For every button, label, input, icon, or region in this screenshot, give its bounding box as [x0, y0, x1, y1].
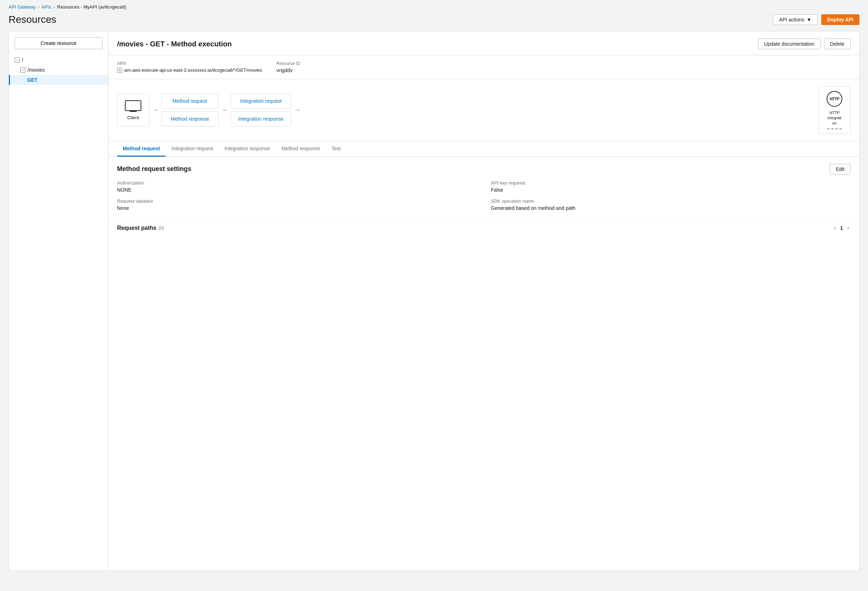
page-header: Resources API actions ▼ Deploy API [0, 12, 868, 31]
deploy-api-button[interactable]: Deploy API [821, 14, 859, 25]
tree-item-get[interactable]: GET [9, 75, 108, 85]
content-header: /movies - GET - Method execution Update … [108, 31, 859, 55]
http-dashed-line [827, 129, 841, 129]
tree-movies-label: /movies [28, 67, 44, 73]
breadcrumb-sep-2: › [53, 4, 55, 10]
arrow-to-method-request: → [149, 102, 161, 118]
update-documentation-button[interactable]: Update documentation [758, 38, 821, 49]
page-title: Resources [9, 14, 56, 25]
header-actions: API actions ▼ Deploy API [773, 14, 859, 25]
copy-icon[interactable]: ⧉ [117, 68, 122, 73]
arn-value-row: ⧉ arn:aws:execute-api:us-east-2:xxxxxxxx… [117, 68, 262, 73]
tree-item-root[interactable]: − / [9, 55, 108, 65]
http-integration-label: HTTPintegration [827, 110, 841, 126]
authorization-value: NONE [117, 187, 477, 193]
svg-rect-0 [125, 100, 141, 111]
tab-method-request-label: Method request [123, 146, 160, 151]
breadcrumb-current: Resources - MyAPI (av9cvgeca8) [57, 4, 126, 10]
tab-method-response-label: Method response [282, 146, 320, 151]
sdk-operation-label: SDK operation name [491, 198, 851, 204]
arn-value: arn:aws:execute-api:us-east-2:xxxxxxxx:a… [124, 68, 262, 73]
tab-test-label: Test [332, 146, 341, 151]
api-actions-label: API actions [779, 17, 805, 22]
diagram-middle: Method request Method response → Integra… [161, 93, 806, 126]
request-paths-label: Request paths [117, 225, 156, 231]
sidebar: Create resource − / − /movies GET [9, 31, 108, 571]
client-label: Client [127, 115, 139, 120]
request-paths-count: (0) [158, 225, 164, 230]
two-rows-left: Method request Method response [161, 93, 218, 126]
tab-method-request[interactable]: Method request [117, 141, 165, 157]
tab-integration-request-label: Integration request [171, 146, 213, 151]
expand-icon-root: − [15, 58, 20, 62]
http-circle: HTTP [827, 91, 842, 107]
create-resource-button[interactable]: Create resource [15, 37, 102, 49]
two-rows-right: Integration request Integration response [230, 93, 291, 126]
integration-response-link[interactable]: Integration response [238, 116, 284, 122]
arrow-to-integration-request: → [218, 102, 230, 118]
authorization-item: Authorization NONE [117, 180, 477, 193]
api-actions-button[interactable]: API actions ▼ [773, 14, 818, 25]
settings-title: Method request settings [117, 165, 191, 173]
request-paths-title: Request paths (0) [117, 225, 164, 231]
arn-section: ARN ⧉ arn:aws:execute-api:us-east-2:xxxx… [108, 55, 859, 79]
api-key-required-label: API key required [491, 180, 851, 186]
content-panel: /movies - GET - Method execution Update … [108, 31, 859, 571]
pagination: ‹ 1 › [833, 224, 850, 232]
resource-id-group: Resource ID vngddv [277, 61, 301, 73]
method-response-box[interactable]: Method response [161, 111, 218, 126]
api-key-required-value: False [491, 187, 851, 193]
http-integration-box: HTTP HTTPintegration [818, 86, 850, 134]
settings-grid: Authorization NONE API key required Fals… [117, 180, 850, 211]
integration-request-box[interactable]: Integration request [230, 93, 291, 108]
request-paths-section: Request paths (0) ‹ 1 › [108, 219, 859, 238]
tree-root-label: / [22, 57, 23, 63]
arn-group: ARN ⧉ arn:aws:execute-api:us-east-2:xxxx… [117, 61, 262, 73]
edit-button[interactable]: Edit [830, 164, 850, 174]
tabs: Method request Integration request Integ… [108, 141, 859, 157]
chevron-down-icon: ▼ [807, 17, 812, 22]
breadcrumb: API Gateway › APIs › Resources - MyAPI (… [0, 0, 868, 12]
tab-integration-response-label: Integration response [224, 146, 270, 151]
arn-label: ARN [117, 61, 262, 66]
tab-integration-request[interactable]: Integration request [165, 141, 219, 157]
integration-request-link[interactable]: Integration request [240, 98, 282, 104]
request-validator-label: Request validator [117, 198, 477, 204]
method-response-link[interactable]: Method response [171, 116, 209, 122]
client-box: Client [117, 94, 149, 126]
request-validator-item: Request validator None [117, 198, 477, 211]
delete-button[interactable]: Delete [824, 38, 850, 49]
breadcrumb-sep-1: › [38, 4, 39, 10]
request-paths-header: Request paths (0) ‹ 1 › [117, 224, 850, 232]
tree-item-movies[interactable]: − /movies [9, 65, 108, 75]
method-request-box[interactable]: Method request [161, 93, 218, 108]
arrow-to-http: → [291, 102, 303, 118]
breadcrumb-apis[interactable]: APIs [41, 4, 51, 10]
tree-get-label: GET [27, 77, 37, 83]
breadcrumb-api-gateway[interactable]: API Gateway [9, 4, 36, 10]
content-title: /movies - GET - Method execution [117, 40, 232, 48]
method-request-link[interactable]: Method request [173, 98, 207, 104]
tab-integration-response[interactable]: Integration response [219, 141, 276, 157]
client-icon [125, 100, 142, 113]
diagram-flow: Client → Method request Method response [117, 86, 850, 134]
expand-icon-movies: − [20, 68, 25, 72]
pagination-next-button[interactable]: › [846, 224, 850, 232]
pagination-page: 1 [840, 225, 843, 231]
tab-test[interactable]: Test [326, 141, 347, 157]
method-request-settings: Method request settings Edit Authorizati… [108, 157, 859, 219]
pagination-prev-button[interactable]: ‹ [833, 224, 837, 232]
content-header-actions: Update documentation Delete [758, 38, 850, 49]
resource-id-value: vngddv [277, 68, 301, 73]
settings-header: Method request settings Edit [117, 164, 850, 174]
api-key-required-item: API key required False [491, 180, 851, 193]
http-label: HTTP [830, 97, 840, 101]
sdk-operation-item: SDK operation name Generated based on me… [491, 198, 851, 211]
execution-diagram: Client → Method request Method response [108, 79, 859, 141]
main-layout: Create resource − / − /movies GET /movie… [0, 31, 868, 579]
integration-response-box[interactable]: Integration response [230, 111, 291, 126]
sdk-operation-value: Generated based on method and path [491, 205, 851, 211]
authorization-label: Authorization [117, 180, 477, 186]
resource-id-label: Resource ID [277, 61, 301, 66]
tab-method-response[interactable]: Method response [276, 141, 326, 157]
